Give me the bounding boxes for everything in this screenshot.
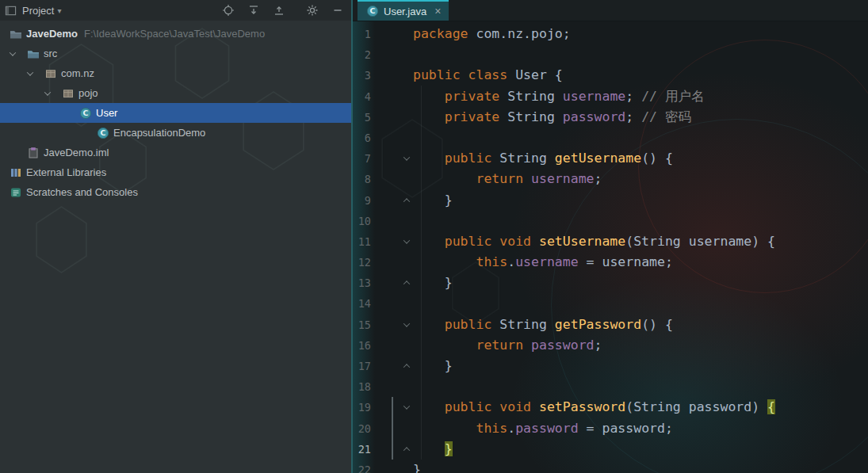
line-number[interactable]: 19 bbox=[353, 397, 371, 418]
expanded-chevron-icon[interactable] bbox=[43, 91, 61, 96]
class-icon: C bbox=[365, 5, 379, 17]
project-toolbar: Project ▾ bbox=[0, 0, 351, 21]
code-line[interactable]: 7 public String getUsername() { bbox=[353, 148, 868, 169]
code-line[interactable]: 3public class User { bbox=[353, 65, 868, 86]
fold-end-icon[interactable] bbox=[400, 273, 413, 293]
fold-start-icon[interactable] bbox=[400, 397, 413, 418]
scratches-icon bbox=[9, 186, 22, 199]
code-text: return password; bbox=[413, 335, 602, 356]
line-number[interactable]: 11 bbox=[353, 231, 371, 252]
code-line[interactable]: 13 } bbox=[353, 273, 868, 293]
line-number[interactable]: 7 bbox=[353, 148, 371, 169]
fold-start-icon[interactable] bbox=[400, 315, 413, 335]
line-number[interactable]: 2 bbox=[353, 44, 371, 65]
line-number[interactable]: 17 bbox=[353, 356, 371, 376]
expanded-chevron-icon[interactable] bbox=[25, 71, 44, 76]
collapse-all-icon[interactable] bbox=[272, 4, 286, 17]
gutter-space bbox=[371, 169, 400, 189]
indent-guide bbox=[421, 86, 422, 460]
tree-row-javedemo-iml[interactable]: JaveDemo.iml bbox=[0, 143, 351, 162]
code-line[interactable]: 1package com.nz.pojo; bbox=[353, 24, 868, 44]
code-line[interactable]: 4 private String username; // 用户名 bbox=[353, 86, 868, 107]
tab-user-java[interactable]: C User.java × bbox=[358, 0, 449, 21]
hide-panel-icon[interactable] bbox=[331, 4, 345, 17]
code-text: public class User { bbox=[413, 65, 563, 86]
package-icon bbox=[61, 87, 75, 100]
tree-row-pojo[interactable]: pojo bbox=[0, 83, 351, 103]
project-tree: JaveDemoF:\IdeaWorkSpace\JavaTest\JaveDe… bbox=[0, 21, 351, 202]
code-line[interactable]: 6 bbox=[353, 128, 868, 148]
close-icon[interactable]: × bbox=[434, 5, 441, 17]
line-number[interactable]: 5 bbox=[353, 107, 371, 128]
svg-text:C: C bbox=[369, 6, 375, 15]
project-title[interactable]: Project bbox=[22, 5, 54, 17]
tree-row-com-nz[interactable]: com.nz bbox=[0, 63, 351, 83]
line-number[interactable]: 13 bbox=[353, 273, 371, 293]
code-line[interactable]: 9 } bbox=[353, 190, 868, 211]
tree-row-scratches-and-consoles[interactable]: Scratches and Consoles bbox=[0, 182, 351, 202]
tree-row-src[interactable]: src bbox=[0, 44, 351, 63]
fold-start-icon[interactable] bbox=[400, 148, 413, 169]
chevron-down-icon[interactable]: ▾ bbox=[57, 6, 61, 15]
line-number[interactable]: 22 bbox=[353, 460, 371, 473]
locate-icon[interactable] bbox=[221, 4, 235, 17]
project-panel: Project ▾ JaveDemoF:\IdeaWorkSpace\JavaT… bbox=[0, 0, 353, 473]
line-number[interactable]: 20 bbox=[353, 418, 371, 439]
code-line[interactable]: 16 return password; bbox=[353, 335, 868, 356]
expanded-chevron-icon[interactable] bbox=[8, 51, 26, 56]
line-number[interactable]: 9 bbox=[353, 190, 371, 211]
code-text: private String password; // 密码 bbox=[413, 107, 691, 128]
editor-tab-bar: C User.java × bbox=[353, 0, 868, 21]
code-line[interactable]: 12 this.username = username; bbox=[353, 252, 868, 273]
tree-row-external-libraries[interactable]: External Libraries bbox=[0, 162, 351, 182]
fold-start-icon[interactable] bbox=[400, 231, 413, 252]
code-line[interactable]: 17 } bbox=[353, 356, 868, 376]
fold-end-icon[interactable] bbox=[400, 356, 413, 376]
gutter-space bbox=[371, 252, 400, 273]
code-text: this.username = username; bbox=[413, 252, 673, 273]
settings-icon[interactable] bbox=[305, 4, 319, 17]
line-number[interactable]: 21 bbox=[353, 439, 371, 460]
tree-label: src bbox=[44, 48, 57, 59]
line-number[interactable]: 6 bbox=[353, 128, 371, 148]
fold-slot bbox=[400, 107, 413, 128]
code-line[interactable]: 15 public String getPassword() { bbox=[353, 315, 868, 335]
fold-end-icon[interactable] bbox=[400, 190, 413, 211]
code-line[interactable]: 20 this.password = password; bbox=[353, 418, 868, 439]
scope-bar bbox=[371, 397, 400, 418]
fold-end-icon[interactable] bbox=[400, 439, 413, 460]
code-line[interactable]: 22} bbox=[353, 460, 868, 473]
code-line[interactable]: 18 bbox=[353, 376, 868, 397]
code-line[interactable]: 14 bbox=[353, 293, 868, 314]
line-number[interactable]: 14 bbox=[353, 293, 371, 314]
code-line[interactable]: 8 return username; bbox=[353, 169, 868, 189]
tree-row-javedemo[interactable]: JaveDemoF:\IdeaWorkSpace\JavaTest\JaveDe… bbox=[0, 24, 351, 44]
gutter-space bbox=[371, 335, 400, 356]
tree-row-user[interactable]: CUser bbox=[0, 103, 351, 123]
tool-window-icon[interactable] bbox=[3, 4, 17, 17]
line-number[interactable]: 10 bbox=[353, 211, 371, 231]
line-number[interactable]: 4 bbox=[353, 86, 371, 107]
line-number[interactable]: 3 bbox=[353, 65, 371, 86]
gutter-space bbox=[371, 315, 400, 335]
line-number[interactable]: 8 bbox=[353, 169, 371, 189]
code-line[interactable]: 2 bbox=[353, 44, 868, 65]
code-line[interactable]: 5 private String password; // 密码 bbox=[353, 107, 868, 128]
code-line[interactable]: 19 public void setPassword(String passwo… bbox=[353, 397, 868, 418]
line-number[interactable]: 18 bbox=[353, 376, 371, 397]
code-area[interactable]: 1package com.nz.pojo;23public class User… bbox=[353, 21, 868, 473]
svg-text:C: C bbox=[82, 109, 88, 117]
tree-row-encapsulationdemo[interactable]: CEncapsulationDemo bbox=[0, 123, 351, 143]
fold-slot bbox=[400, 128, 413, 148]
code-line[interactable]: 21 } bbox=[353, 439, 868, 460]
fold-slot bbox=[400, 24, 413, 44]
module-icon bbox=[26, 147, 40, 159]
expand-all-icon[interactable] bbox=[247, 4, 261, 17]
line-number[interactable]: 16 bbox=[353, 335, 371, 356]
code-line[interactable]: 10 bbox=[353, 211, 868, 231]
line-number[interactable]: 12 bbox=[353, 252, 371, 273]
tree-label: pojo bbox=[78, 87, 98, 99]
line-number[interactable]: 1 bbox=[353, 24, 371, 44]
code-line[interactable]: 11 public void setUsername(String userna… bbox=[353, 231, 868, 252]
line-number[interactable]: 15 bbox=[353, 315, 371, 335]
